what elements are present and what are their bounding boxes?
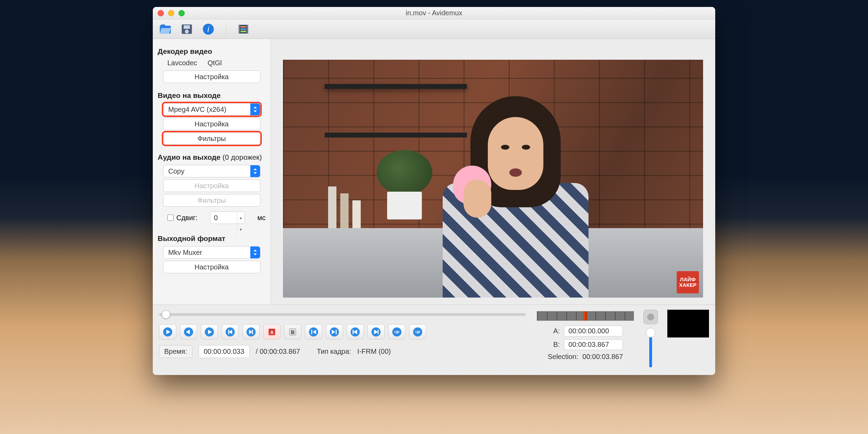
svg-rect-9	[241, 28, 246, 30]
svg-text:ЧР: ЧР	[394, 331, 399, 334]
chevron-updown-icon	[250, 103, 260, 115]
watermark-badge: ЛАЙФ ХАКЕР	[677, 271, 699, 293]
marker-a-label: A:	[553, 327, 560, 335]
video-codec-value: Mpeg4 AVC (x264)	[168, 106, 227, 113]
video-filters-button[interactable]: Фильтры	[163, 132, 260, 145]
stepper-up-icon[interactable]: ▲	[237, 212, 244, 224]
titlebar: in.mov - Avidemux	[153, 7, 715, 19]
time-value-field[interactable]: 00:00:00.033	[199, 345, 250, 358]
decoder-settings-button[interactable]: Настройка	[163, 70, 260, 83]
container-value: Mkv Muxer	[168, 249, 202, 256]
audio-shift-field[interactable]: 0 ▲▼	[210, 211, 245, 224]
frame-type-label: Тип кадра:	[317, 348, 351, 356]
window-title: in.mov - Avidemux	[153, 9, 715, 17]
set-marker-a-button[interactable]: A	[263, 324, 281, 340]
audio-shift-label: Сдвиг:	[176, 214, 198, 222]
prev-black-frame-button[interactable]: ЧР	[388, 324, 406, 340]
set-marker-b-button[interactable]: B	[284, 324, 301, 340]
next-frame-button[interactable]	[201, 324, 218, 340]
svg-rect-8	[241, 26, 246, 28]
svg-text:A: A	[270, 329, 274, 335]
volume-thumb[interactable]	[646, 328, 656, 337]
svg-rect-10	[241, 31, 246, 32]
decoder-lavcodec-label: Lavcodec	[167, 59, 197, 67]
sidebar: Декодер видео Lavcodec QtGl Настройка Ви…	[153, 39, 271, 304]
selection-value: 00:00:03.867	[583, 353, 623, 361]
video-preview: ЛАЙФ ХАКЕР	[283, 60, 703, 298]
info-icon[interactable]: i	[202, 23, 215, 35]
container-select[interactable]: Mkv Muxer	[163, 246, 260, 259]
audio-toggle-button[interactable]	[643, 310, 658, 324]
prev-keyframe-button[interactable]	[222, 324, 239, 340]
marker-a-value: 00:00:00.000	[564, 326, 623, 336]
svg-text:ЧР: ЧР	[415, 331, 420, 334]
next-black-frame-button[interactable]: ЧР	[409, 324, 426, 340]
video-filter-icon[interactable]	[237, 23, 250, 35]
goto-end-button[interactable]	[326, 324, 343, 340]
duration-label: / 00:00:03.867	[256, 348, 300, 356]
audio-filters-button: Фильтры	[163, 194, 260, 207]
audio-shift-unit: мс	[257, 214, 266, 222]
prev-frame-button[interactable]	[180, 324, 197, 340]
audio-settings-button: Настройка	[163, 180, 260, 192]
frame-type-value: I-FRM (00)	[357, 348, 391, 356]
timeline-slider[interactable]	[159, 313, 526, 316]
save-file-icon[interactable]	[181, 23, 193, 35]
audio-codec-select[interactable]: Copy	[163, 165, 260, 177]
decoder-heading: Декодер видео	[158, 47, 266, 56]
svg-text:B: B	[291, 329, 294, 335]
audio-codec-value: Copy	[168, 167, 185, 175]
vu-meter	[537, 311, 634, 321]
goto-marker-a-button[interactable]	[347, 324, 364, 340]
volume-slider[interactable]	[649, 329, 652, 367]
chevron-updown-icon	[250, 165, 260, 177]
goto-start-button[interactable]	[305, 324, 322, 340]
time-label: Время:	[159, 345, 192, 358]
video-output-heading: Видео на выходе	[158, 91, 266, 100]
open-file-icon[interactable]	[159, 23, 172, 35]
video-codec-select[interactable]: Mpeg4 AVC (x264)	[163, 103, 260, 116]
stepper-down-icon[interactable]: ▼	[237, 224, 244, 235]
svg-rect-1	[184, 25, 190, 28]
audio-tracks-count: (0 дорожек)	[223, 153, 262, 161]
audio-output-heading: Аудио на выходе (0 дорожек)	[158, 153, 266, 161]
selection-label: Selection:	[548, 353, 578, 361]
svg-rect-6	[239, 25, 241, 33]
preview-area: ЛАЙФ ХАКЕР	[271, 39, 715, 304]
app-window: in.mov - Avidemux i Декодер видео Lavcod…	[153, 7, 715, 375]
output-format-heading: Выходной формат	[158, 234, 266, 243]
marker-b-value: 00:00:03.867	[564, 339, 623, 350]
main-toolbar: i	[153, 19, 715, 39]
mini-preview	[667, 310, 709, 337]
marker-b-label: B:	[553, 341, 560, 349]
decoder-qtgl-label: QtGl	[208, 59, 222, 67]
chevron-updown-icon	[250, 247, 260, 258]
bottom-bar: A B ЧР ЧР Время: 00:00:00.033 / 00:00:03…	[153, 304, 715, 375]
video-settings-button[interactable]: Настройка	[163, 118, 260, 130]
svg-point-2	[185, 30, 189, 33]
audio-shift-checkbox[interactable]	[167, 215, 174, 221]
toolbar-separator	[226, 22, 226, 36]
container-settings-button[interactable]: Настройка	[163, 261, 260, 273]
next-keyframe-button[interactable]	[242, 324, 260, 340]
timeline-thumb[interactable]	[162, 310, 170, 319]
svg-rect-7	[247, 25, 248, 33]
goto-marker-b-button[interactable]	[367, 324, 385, 340]
play-button[interactable]	[159, 324, 176, 340]
